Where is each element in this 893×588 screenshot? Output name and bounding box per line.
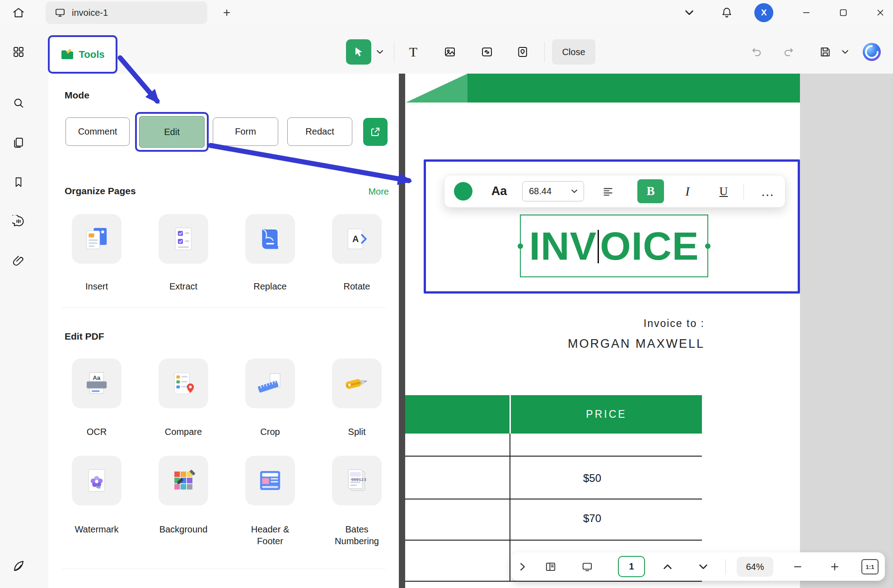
undo-button[interactable] xyxy=(746,42,767,62)
chat-icon xyxy=(12,215,25,228)
image-tool-button[interactable] xyxy=(439,39,461,65)
crop-icon xyxy=(256,369,284,397)
save-dropdown[interactable] xyxy=(839,45,851,59)
maximize-icon xyxy=(839,8,848,17)
sidebar-pages-button[interactable] xyxy=(8,132,29,153)
close-window-button[interactable] xyxy=(871,4,890,22)
textbox-left-handle[interactable] xyxy=(518,243,523,249)
next-page-button[interactable] xyxy=(692,552,714,581)
select-tool-dropdown[interactable] xyxy=(374,45,386,59)
background-tool[interactable] xyxy=(159,456,208,505)
chevron-down-icon xyxy=(699,564,707,569)
undo-icon xyxy=(750,46,763,58)
page-mark-tool-button[interactable] xyxy=(511,39,534,65)
user-avatar[interactable]: X xyxy=(754,3,773,22)
organize-pages-title: Organize Pages xyxy=(65,186,136,196)
align-button[interactable] xyxy=(596,175,620,207)
font-size-select[interactable]: 68.44 xyxy=(522,181,584,201)
header-footer-tool[interactable] xyxy=(245,456,295,505)
table-column-line xyxy=(510,434,510,581)
insert-tool[interactable] xyxy=(72,214,122,264)
section-divider xyxy=(62,569,385,569)
redo-icon xyxy=(782,46,795,58)
replace-tool[interactable] xyxy=(245,214,295,264)
previous-page-button[interactable] xyxy=(657,552,678,581)
save-button[interactable] xyxy=(815,42,836,62)
sidebar-attachments-button[interactable] xyxy=(8,251,29,272)
select-tool-button[interactable] xyxy=(346,39,371,65)
close-mode-button[interactable]: Close xyxy=(552,39,595,65)
ocr-tool[interactable]: Aa xyxy=(72,359,122,408)
mode-edit-button[interactable]: Edit xyxy=(139,116,205,148)
thumbnail-view-button[interactable] xyxy=(540,552,561,581)
watermark-icon xyxy=(83,467,111,495)
open-in-new-window-button[interactable] xyxy=(363,118,388,146)
mode-edit-annotation: Edit xyxy=(135,112,209,152)
text-tool-button[interactable]: T xyxy=(402,39,425,65)
home-button[interactable] xyxy=(8,2,29,23)
actual-size-button[interactable]: 1:1 xyxy=(861,559,879,574)
screen-view-button[interactable] xyxy=(576,552,598,581)
text-cursor xyxy=(598,230,599,263)
new-tab-button[interactable]: + xyxy=(219,5,235,21)
watermark-tool[interactable] xyxy=(72,456,122,505)
minimize-button[interactable] xyxy=(797,4,816,22)
invoice-title-textbox[interactable]: INVOICE xyxy=(520,215,708,277)
minimize-icon xyxy=(802,8,811,17)
more-format-options-button[interactable]: … xyxy=(754,175,781,207)
panel-scrollbar[interactable] xyxy=(399,74,405,588)
background-label: Background xyxy=(150,523,217,535)
notifications-button[interactable] xyxy=(717,4,736,22)
extract-tool[interactable] xyxy=(159,214,208,264)
watermark-label: Watermark xyxy=(63,523,131,535)
rotate-tool[interactable]: A xyxy=(332,214,382,264)
tools-panel: Mode Comment Edit Form Redact Organize P… xyxy=(48,74,399,588)
mode-form-button[interactable]: Form xyxy=(213,117,278,146)
page-number-input[interactable]: 1 xyxy=(618,556,645,577)
compare-tool[interactable] xyxy=(159,359,208,408)
underline-button[interactable]: U xyxy=(712,175,735,207)
crop-tool[interactable] xyxy=(245,359,295,408)
sidebar-search-button[interactable] xyxy=(8,93,29,113)
ai-assistant-button[interactable] xyxy=(862,42,882,62)
mode-redact-button[interactable]: Redact xyxy=(287,117,352,146)
background-icon xyxy=(169,467,197,495)
link-tool-button[interactable] xyxy=(476,39,498,65)
replace-label: Replace xyxy=(236,280,304,292)
tools-button[interactable]: Tools xyxy=(48,35,117,74)
bold-button[interactable]: B xyxy=(637,179,664,203)
extract-pages-icon xyxy=(169,225,197,253)
zoom-in-button[interactable] xyxy=(824,552,846,581)
price-column-header: PRICE xyxy=(511,395,702,434)
sidebar-bookmarks-button[interactable] xyxy=(8,172,29,192)
zoom-level-select[interactable]: 64% xyxy=(737,557,773,577)
document-tab[interactable]: invoice-1 xyxy=(46,1,207,24)
redo-button[interactable] xyxy=(778,42,799,62)
chevron-down-icon xyxy=(377,50,383,54)
sidebar-comments-button[interactable] xyxy=(8,211,29,232)
bates-numbering-tool[interactable]: 000123 xyxy=(332,456,382,505)
invoice-to-label: Invoice to : xyxy=(519,317,705,330)
app-logo-icon[interactable] xyxy=(8,555,29,576)
compare-label: Compare xyxy=(150,426,217,438)
organize-more-link[interactable]: More xyxy=(368,187,389,197)
edit-pdf-title: Edit PDF xyxy=(65,331,104,342)
italic-button[interactable]: I xyxy=(676,175,699,207)
mode-comment-button[interactable]: Comment xyxy=(65,117,130,146)
zoom-out-button[interactable] xyxy=(787,552,809,581)
crop-label: Crop xyxy=(236,426,304,438)
split-tool[interactable] xyxy=(332,359,382,408)
font-color-button[interactable] xyxy=(454,182,472,201)
paperclip-icon xyxy=(12,255,25,268)
titlebar: invoice-1 + X xyxy=(0,0,893,25)
invoice-header-band xyxy=(467,74,800,103)
font-style-button[interactable]: Aa xyxy=(488,175,510,207)
tab-list-button[interactable] xyxy=(680,4,699,22)
expand-panel-button[interactable] xyxy=(514,552,532,581)
external-link-icon xyxy=(369,126,381,138)
text-format-toolbar: Aa 68.44 B I U … xyxy=(444,175,785,208)
chevron-right-icon xyxy=(519,563,526,571)
textbox-right-handle[interactable] xyxy=(705,243,711,249)
sidebar-apps-button[interactable] xyxy=(8,42,29,62)
maximize-button[interactable] xyxy=(834,4,853,22)
